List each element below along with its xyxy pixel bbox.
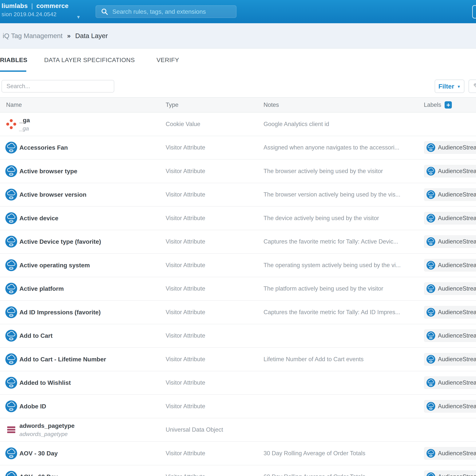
- variable-name[interactable]: Add to Cart: [19, 332, 52, 339]
- label-chip-audiencestream[interactable]: AudienceStream: [424, 141, 476, 154]
- table-row[interactable]: adwords_pagetype adwords_pagetype Univer…: [0, 418, 476, 442]
- table-row[interactable]: Added to Wishlist Visitor Attribute Audi…: [0, 371, 476, 395]
- table-row[interactable]: Active browser type Visitor Attribute Th…: [0, 160, 476, 183]
- variable-name[interactable]: Active browser type: [19, 168, 77, 175]
- table-header: Name Type Notes Labels +: [0, 97, 476, 113]
- breadcrumb-separator-icon: »: [67, 32, 71, 39]
- label-chip-audiencestream[interactable]: AudienceStream: [424, 376, 476, 389]
- variable-name[interactable]: Accessories Fan: [19, 144, 68, 151]
- audiencestream-label-icon: [426, 214, 435, 222]
- variable-type: Visitor Attribute: [166, 309, 205, 316]
- table-row[interactable]: Ad ID Impressions (favorite) Visitor Att…: [0, 301, 476, 324]
- label-chip-audiencestream[interactable]: AudienceStream: [424, 165, 476, 177]
- table-row[interactable]: Accessories Fan Visitor Attribute Assign…: [0, 136, 476, 160]
- tab-data-layer-specifications[interactable]: DATA LAYER SPECIFICATIONS: [44, 57, 135, 64]
- table-row[interactable]: Active device Visitor Attribute The devi…: [0, 206, 476, 230]
- top-navigation-bar: liumlabs | commerce sion 2019.04.24.0542…: [0, 0, 476, 23]
- label-chip-text: AudienceStream: [438, 285, 476, 292]
- udo-icon: [5, 424, 17, 436]
- audiencestream-icon: [5, 142, 17, 153]
- audiencestream-label-icon: [426, 284, 435, 293]
- table-row[interactable]: Active operating system Visitor Attribut…: [0, 254, 476, 277]
- label-chip-audiencestream[interactable]: AudienceStream: [424, 188, 476, 201]
- variable-type: Visitor Attribute: [166, 285, 205, 292]
- chevron-down-icon[interactable]: ▼: [76, 15, 81, 20]
- table-row[interactable]: Adobe ID Visitor Attribute AudienceStrea…: [0, 395, 476, 418]
- audiencestream-icon: [5, 447, 17, 459]
- table-row[interactable]: AOV - 60 Day Visitor Attribute 60 Day Ro…: [0, 465, 476, 476]
- variable-type: Visitor Attribute: [166, 238, 205, 245]
- variable-name[interactable]: Active device: [19, 215, 58, 222]
- column-header-type[interactable]: Type: [166, 102, 178, 108]
- account-separator: |: [31, 3, 33, 9]
- label-chip-audiencestream[interactable]: AudienceStream: [424, 353, 476, 366]
- variable-notes: Lifetime Number of Add to Cart events: [264, 356, 364, 363]
- variable-type: Visitor Attribute: [166, 215, 205, 222]
- table-row[interactable]: Add to Cart Visitor Attribute AudienceSt…: [0, 324, 476, 348]
- variable-name[interactable]: Active platform: [19, 285, 64, 292]
- audiencestream-label-icon: [426, 402, 435, 411]
- variables-table: _ga _ga Cookie Value Google Analytics cl…: [0, 113, 476, 476]
- variable-notes: 30 Day Rolling Average of Order Totals: [264, 450, 365, 457]
- variable-name[interactable]: Ad ID Impressions (favorite): [19, 309, 101, 316]
- table-row[interactable]: Active browser version Visitor Attribute…: [0, 183, 476, 207]
- column-header-name[interactable]: Name: [6, 102, 22, 108]
- label-chip-text: AudienceStream: [438, 144, 476, 151]
- variable-name[interactable]: Active operating system: [19, 262, 90, 269]
- variable-notes: The browser version actively being used …: [264, 191, 400, 198]
- table-row[interactable]: AOV - 30 Day Visitor Attribute 30 Day Ro…: [0, 442, 476, 465]
- variable-name[interactable]: AOV - 60 Day: [19, 473, 58, 476]
- variable-name[interactable]: AOV - 30 Day: [19, 450, 58, 457]
- variable-name[interactable]: _ga: [19, 117, 30, 124]
- label-chip-audiencestream[interactable]: AudienceStream: [424, 306, 476, 319]
- variable-type: Visitor Attribute: [166, 450, 205, 457]
- tab-variables[interactable]: RIABLES: [0, 57, 27, 64]
- label-chip-text: AudienceStream: [438, 450, 476, 457]
- variable-type: Universal Data Object: [166, 426, 223, 433]
- audiencestream-label-icon: [426, 308, 435, 317]
- global-search-input[interactable]: Search rules, tags, and extensions: [96, 5, 237, 18]
- audiencestream-icon: [5, 330, 17, 341]
- variable-name[interactable]: Added to Wishlist: [19, 379, 71, 386]
- table-row[interactable]: Active platform Visitor Attribute The pl…: [0, 277, 476, 301]
- variable-type: Cookie Value: [166, 121, 200, 128]
- column-header-notes[interactable]: Notes: [264, 102, 279, 108]
- variable-type: Visitor Attribute: [166, 332, 205, 339]
- label-chip-audiencestream[interactable]: AudienceStream: [424, 212, 476, 224]
- variable-name[interactable]: Adobe ID: [19, 403, 46, 410]
- breadcrumb-bar: iQ Tag Management » Data Layer: [0, 23, 476, 49]
- label-chip-text: AudienceStream: [438, 309, 476, 316]
- topbar-partial-button[interactable]: [472, 5, 476, 18]
- variable-name[interactable]: adwords_pagetype: [19, 422, 75, 429]
- label-chip-text: AudienceStream: [438, 262, 476, 269]
- label-chip-text: AudienceStream: [438, 403, 476, 410]
- audiencestream-label-icon: [426, 261, 435, 270]
- table-row[interactable]: Active Device type (favorite) Visitor At…: [0, 230, 476, 254]
- filter-button[interactable]: Filter ▼: [435, 80, 464, 93]
- variable-type: Visitor Attribute: [166, 144, 205, 151]
- table-row[interactable]: _ga _ga Cookie Value Google Analytics cl…: [0, 113, 476, 136]
- label-chip-audiencestream[interactable]: AudienceStream: [424, 400, 476, 413]
- label-chip-audiencestream[interactable]: AudienceStream: [424, 329, 476, 342]
- audiencestream-label-icon: [426, 378, 435, 387]
- variable-notes: Assigned when anyone navigates to the ac…: [264, 144, 399, 151]
- account-selector[interactable]: liumlabs | commerce sion 2019.04.24.0542: [1, 3, 68, 17]
- label-chip-audiencestream[interactable]: AudienceStream: [424, 447, 476, 460]
- variable-notes: Google Analytics client id: [264, 121, 329, 128]
- audiencestream-icon: [5, 353, 17, 365]
- edit-button-partial[interactable]: ✎: [469, 80, 476, 93]
- add-label-icon[interactable]: +: [444, 101, 452, 108]
- label-chip-audiencestream[interactable]: AudienceStream: [424, 471, 476, 476]
- search-icon: [101, 8, 108, 15]
- breadcrumb-section[interactable]: iQ Tag Management: [3, 32, 63, 40]
- label-chip-audiencestream[interactable]: AudienceStream: [424, 259, 476, 272]
- tab-verify[interactable]: VERIFY: [156, 57, 179, 64]
- variable-name[interactable]: Add to Cart - Lifetime Number: [19, 356, 106, 363]
- variable-name[interactable]: Active Device type (favorite): [19, 238, 101, 245]
- variable-type: Visitor Attribute: [166, 356, 205, 363]
- label-chip-audiencestream[interactable]: AudienceStream: [424, 282, 476, 295]
- label-chip-audiencestream[interactable]: AudienceStream: [424, 235, 476, 248]
- variable-name[interactable]: Active browser version: [19, 191, 86, 198]
- variables-search-input[interactable]: [1, 80, 114, 93]
- table-row[interactable]: Add to Cart - Lifetime Number Visitor At…: [0, 348, 476, 371]
